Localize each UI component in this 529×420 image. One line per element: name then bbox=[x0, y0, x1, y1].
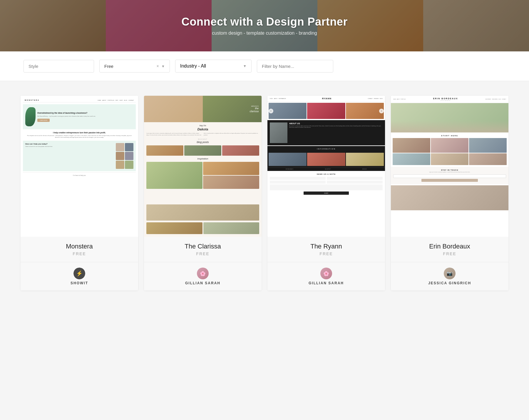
template-card-ryann: FOOD ABOUT INFORMATION RYANN CONTACT REV… bbox=[267, 96, 385, 290]
ryann-about: ABOUT US A wonderful curiosity has taken… bbox=[267, 120, 385, 145]
erin-nav: HOME ABOUT PORTFOLIO ERIN BORDEAUX photo… bbox=[391, 96, 508, 103]
ryann-info-photos bbox=[267, 152, 385, 167]
author-icon-gillian-clarissa: 🌸 bbox=[197, 268, 209, 279]
template-info-clarissa: The Clarissa FREE bbox=[144, 237, 262, 262]
hero-subtitle: custom design - template customization -… bbox=[181, 31, 348, 36]
monstera-nav: MONSTERA HOME ABOUT PORTFOLIO INFO SHOP … bbox=[23, 98, 136, 103]
free-filter-chevron-icon[interactable]: ▼ bbox=[161, 64, 165, 68]
template-price-ryann: FREE bbox=[273, 251, 379, 256]
ryann-prev-arrow[interactable]: ‹ bbox=[269, 109, 273, 113]
hero-title: Connect with a Design Partner bbox=[181, 16, 348, 28]
ryann-nav: FOOD ABOUT INFORMATION RYANN CONTACT REV… bbox=[267, 96, 385, 102]
industry-filter-label: Industry - All bbox=[180, 63, 206, 69]
style-filter-input[interactable] bbox=[24, 60, 94, 73]
industry-filter-dropdown[interactable]: Industry - All ▼ bbox=[175, 60, 252, 73]
hero-banner: Connect with a Design Partner custom des… bbox=[0, 0, 529, 51]
template-card-erin: HOME ABOUT PORTFOLIO ERIN BORDEAUX photo… bbox=[391, 96, 508, 290]
template-author-monstera[interactable]: ⚡ SHOWIT bbox=[21, 262, 138, 290]
template-price-monstera: FREE bbox=[26, 251, 132, 256]
monstera-middle: I help creative entrepreneurs turn their… bbox=[23, 129, 136, 141]
erin-hero-image bbox=[391, 103, 508, 132]
template-info-monstera: Monstera FREE bbox=[21, 237, 138, 262]
clarissa-body: hey I'm Dakota Lorem ipsum dolor sit ame… bbox=[144, 122, 262, 236]
ryann-photo-carousel: ‹ › bbox=[267, 102, 385, 120]
author-name-monstera: SHOWIT bbox=[71, 281, 88, 285]
monstera-footer: I'm here to help you bbox=[23, 172, 136, 178]
template-author-clarissa[interactable]: 🌸 GILLIAN SARAH bbox=[144, 262, 262, 290]
free-filter-tag: Free bbox=[104, 64, 113, 69]
name-filter-input[interactable] bbox=[257, 60, 333, 73]
filter-bar: Free × ▼ Industry - All ▼ bbox=[0, 51, 529, 81]
templates-grid: MONSTERA HOME ABOUT PORTFOLIO INFO SHOP … bbox=[0, 81, 529, 293]
template-preview-ryann[interactable]: FOOD ABOUT INFORMATION RYANN CONTACT REV… bbox=[267, 96, 385, 237]
ryann-info-bar: INFORMATION bbox=[267, 146, 385, 152]
erin-bottom-image bbox=[391, 185, 508, 210]
author-name-clarissa: GILLIAN SARAH bbox=[185, 281, 220, 285]
template-preview-monstera[interactable]: MONSTERA HOME ABOUT PORTFOLIO INFO SHOP … bbox=[21, 96, 138, 237]
author-name-erin: JESSICA GINGRICH bbox=[428, 281, 471, 285]
template-name-clarissa: The Clarissa bbox=[150, 243, 256, 250]
template-card-clarissa: welcome to theclarissa hey I'm Dakota Lo… bbox=[144, 96, 262, 290]
author-name-ryann: GILLIAN SARAH bbox=[309, 281, 344, 285]
free-filter-controls: × ▼ bbox=[156, 63, 165, 69]
erin-photo-grid bbox=[391, 138, 508, 167]
template-author-ryann[interactable]: 🌸 GILLIAN SARAH bbox=[267, 262, 385, 290]
ryann-next-arrow[interactable]: › bbox=[379, 109, 384, 113]
clarissa-big-image bbox=[146, 204, 259, 221]
author-icon-gillian-ryann: 🌸 bbox=[320, 268, 332, 279]
monstera-how-section: How can I help you today? Check out some… bbox=[23, 141, 136, 171]
template-info-erin: Erin Bordeaux FREE bbox=[391, 237, 508, 262]
free-filter-dropdown[interactable]: Free × ▼ bbox=[99, 60, 170, 73]
template-card-monstera: MONSTERA HOME ABOUT PORTFOLIO INFO SHOP … bbox=[21, 96, 138, 290]
ryann-contact: SEND US A NOTE SUBMIT bbox=[267, 171, 385, 197]
template-name-monstera: Monstera bbox=[26, 243, 132, 250]
template-author-erin[interactable]: 📷 JESSICA GINGRICH bbox=[391, 262, 508, 290]
template-name-erin: Erin Bordeaux bbox=[397, 243, 503, 250]
free-filter-left: Free bbox=[104, 64, 113, 69]
industry-filter-chevron-icon[interactable]: ▼ bbox=[243, 64, 247, 68]
clarissa-top-image: welcome to theclarissa bbox=[144, 96, 262, 122]
monstera-hero: Overwhelmed by the idea of launching a b… bbox=[23, 104, 136, 129]
free-filter-clear-icon[interactable]: × bbox=[156, 64, 159, 68]
monstera-plant-icon bbox=[25, 107, 36, 126]
template-price-erin: FREE bbox=[397, 251, 503, 256]
template-preview-erin[interactable]: HOME ABOUT PORTFOLIO ERIN BORDEAUX photo… bbox=[391, 96, 508, 237]
hero-text-block: Connect with a Design Partner custom des… bbox=[181, 16, 348, 36]
template-info-ryann: The Ryann FREE bbox=[267, 237, 385, 262]
template-preview-clarissa[interactable]: welcome to theclarissa hey I'm Dakota Lo… bbox=[144, 96, 262, 237]
erin-start-heading: START HERE bbox=[391, 135, 508, 137]
template-price-clarissa: FREE bbox=[150, 251, 256, 256]
erin-stay-section: STAY IN TOUCH sign up to receive occasio… bbox=[391, 167, 508, 184]
template-name-ryann: The Ryann bbox=[273, 243, 379, 250]
author-icon-jessica: 📷 bbox=[444, 268, 456, 279]
author-icon-showit: ⚡ bbox=[73, 268, 85, 279]
